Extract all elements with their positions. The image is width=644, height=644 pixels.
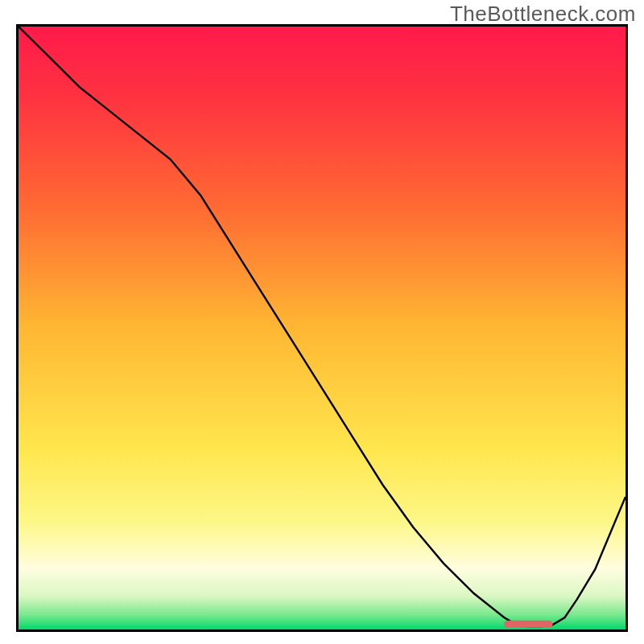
chart-frame: TheBottleneck.com <box>0 0 644 644</box>
watermark-text: TheBottleneck.com <box>450 2 636 27</box>
plot-area <box>16 24 628 632</box>
optimal-range-marker <box>504 621 552 628</box>
gradient-background <box>19 27 625 630</box>
plot-svg <box>19 27 625 630</box>
